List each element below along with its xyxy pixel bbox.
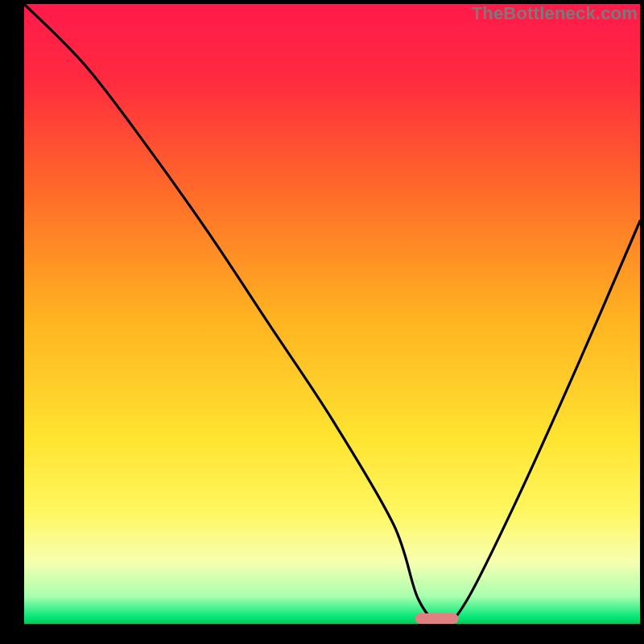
chart-svg [0,0,644,644]
bottleneck-chart: TheBottleneck.com [0,0,644,644]
watermark-text: TheBottleneck.com [472,3,638,24]
optimum-marker [415,613,459,624]
plot-background [24,4,640,624]
